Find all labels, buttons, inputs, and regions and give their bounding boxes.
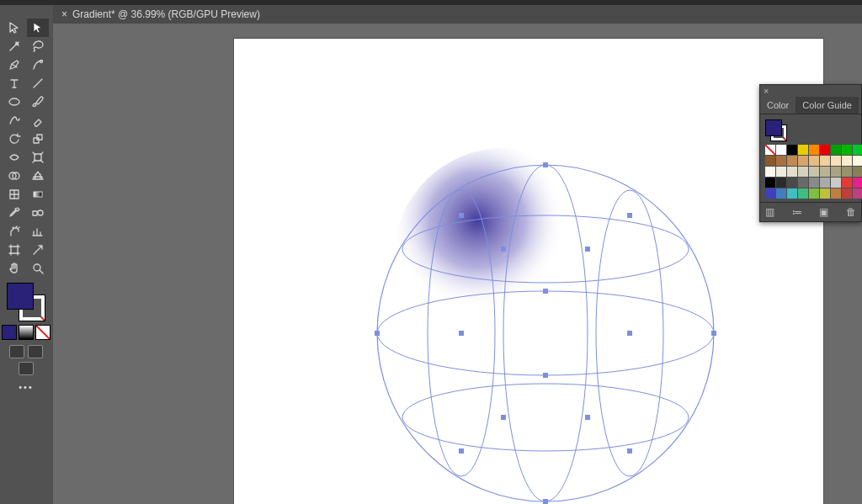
perspective-grid-tool[interactable]	[27, 167, 49, 185]
swatch[interactable]	[798, 178, 808, 188]
swatch[interactable]	[787, 156, 797, 166]
curvature-tool[interactable]	[27, 56, 49, 74]
mesh-tool[interactable]	[3, 185, 25, 204]
width-tool[interactable]	[3, 148, 25, 167]
magic-wand-tool[interactable]	[3, 37, 25, 56]
lasso-tool[interactable]	[27, 37, 49, 56]
zoom-tool[interactable]	[27, 259, 49, 278]
tab-color-guide[interactable]: Color Guide	[795, 97, 859, 114]
swatch[interactable]	[820, 156, 830, 166]
panel-fill-stroke[interactable]	[765, 119, 787, 141]
swatch[interactable]	[820, 188, 830, 199]
screen-mode-button[interactable]	[19, 362, 34, 375]
panel-fill-swatch[interactable]	[765, 119, 782, 136]
swatch[interactable]	[776, 156, 786, 166]
new-swatch-icon[interactable]: ▣	[819, 206, 828, 218]
swatch[interactable]	[765, 145, 775, 155]
tab-color[interactable]: Color	[760, 97, 795, 114]
slice-tool[interactable]	[27, 241, 49, 259]
swatch[interactable]	[776, 178, 786, 188]
swatch[interactable]	[809, 145, 819, 155]
pen-tool[interactable]	[3, 56, 25, 74]
paintbrush-tool[interactable]	[27, 93, 49, 111]
swatch[interactable]	[853, 188, 862, 199]
shape-builder-tool[interactable]	[3, 167, 25, 185]
show-options-icon[interactable]: ≔	[792, 206, 802, 218]
swatch[interactable]	[831, 167, 841, 177]
column-graph-tool[interactable]	[27, 222, 49, 241]
swatch[interactable]	[787, 188, 797, 199]
swatch[interactable]	[842, 156, 852, 166]
swatch[interactable]	[765, 178, 775, 188]
swatch[interactable]	[787, 178, 797, 188]
swatch[interactable]	[809, 188, 819, 199]
swatch[interactable]	[798, 188, 808, 199]
ellipse-tool[interactable]	[3, 93, 25, 111]
hand-tool[interactable]	[3, 259, 25, 278]
swatch[interactable]	[809, 167, 819, 177]
swatch[interactable]	[820, 167, 830, 177]
gradient-color-mode[interactable]	[19, 325, 34, 340]
swatch[interactable]	[820, 178, 830, 188]
type-tool[interactable]	[3, 74, 25, 93]
svg-rect-19	[627, 331, 632, 336]
swatch[interactable]	[853, 156, 862, 166]
close-tab-icon[interactable]: ×	[61, 8, 67, 20]
color-mode-row	[2, 325, 51, 340]
swatch[interactable]	[787, 167, 797, 177]
swatch[interactable]	[853, 145, 862, 155]
artboard[interactable]	[234, 39, 823, 504]
draw-behind-mode[interactable]	[28, 345, 43, 358]
swatch[interactable]	[776, 145, 786, 155]
swatch[interactable]	[831, 188, 841, 199]
artboard-tool[interactable]	[3, 241, 25, 259]
swatch[interactable]	[820, 145, 830, 155]
swatch[interactable]	[853, 178, 862, 188]
swatch[interactable]	[798, 145, 808, 155]
svg-rect-8	[543, 162, 548, 167]
delete-swatch-icon[interactable]: 🗑	[846, 206, 856, 218]
blend-tool[interactable]	[27, 204, 49, 222]
eraser-tool[interactable]	[27, 111, 49, 130]
swatch[interactable]	[831, 178, 841, 188]
swatch[interactable]	[853, 167, 862, 177]
swatch[interactable]	[798, 167, 808, 177]
swatch[interactable]	[765, 188, 775, 199]
fill-stroke-indicator[interactable]	[7, 283, 45, 321]
sphere-wireframe[interactable]	[234, 39, 823, 504]
shaper-tool[interactable]	[3, 111, 25, 130]
scale-tool[interactable]	[27, 130, 49, 148]
none-color-mode[interactable]	[35, 325, 51, 340]
free-transform-tool[interactable]	[27, 148, 49, 167]
swatch[interactable]	[831, 156, 841, 166]
workspace-stage[interactable]	[53, 24, 862, 504]
swatch[interactable]	[831, 145, 841, 155]
swatch[interactable]	[765, 167, 775, 177]
swatch[interactable]	[776, 188, 786, 199]
solid-color-mode[interactable]	[2, 325, 17, 340]
swatch[interactable]	[842, 145, 852, 155]
swatch-libraries-icon[interactable]: ▥	[765, 206, 774, 218]
document-tab[interactable]: × Gradient* @ 36.99% (RGB/GPU Preview)	[53, 5, 269, 24]
screen-mode-row	[9, 345, 43, 358]
selection-tool[interactable]	[3, 19, 25, 37]
swatch[interactable]	[787, 145, 797, 155]
rotate-tool[interactable]	[3, 130, 25, 148]
edit-toolbar-button[interactable]: •••	[19, 382, 34, 392]
swatch[interactable]	[809, 156, 819, 166]
direct-selection-tool[interactable]	[27, 19, 49, 37]
panel-close-icon[interactable]: ×	[764, 86, 769, 96]
fill-swatch[interactable]	[7, 283, 34, 310]
swatch[interactable]	[842, 188, 852, 199]
swatch[interactable]	[776, 167, 786, 177]
gradient-tool[interactable]	[27, 185, 49, 204]
eyedropper-tool[interactable]	[3, 204, 25, 222]
draw-normal-mode[interactable]	[9, 345, 24, 358]
swatch[interactable]	[765, 156, 775, 166]
swatch[interactable]	[842, 178, 852, 188]
swatch[interactable]	[798, 156, 808, 166]
symbol-sprayer-tool[interactable]	[3, 222, 25, 241]
line-segment-tool[interactable]	[27, 74, 49, 93]
swatch[interactable]	[809, 178, 819, 188]
swatch[interactable]	[842, 167, 852, 177]
